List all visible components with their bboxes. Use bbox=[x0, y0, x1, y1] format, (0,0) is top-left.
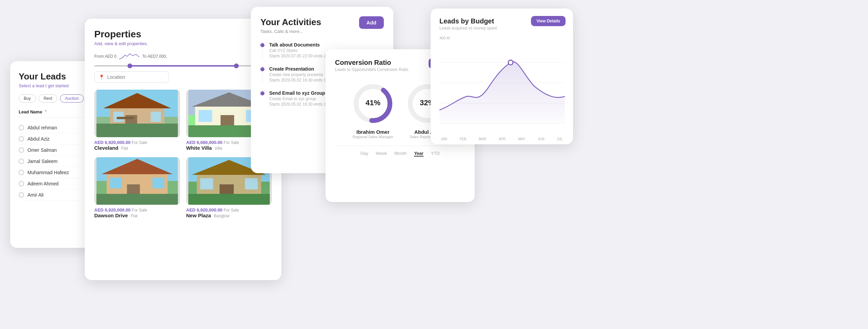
property-image-1 bbox=[94, 90, 180, 137]
chart-y-label: 400 M bbox=[439, 36, 450, 40]
location-input-wrapper[interactable]: 📍 bbox=[94, 71, 169, 83]
property-price-3: AED 6,920,000.00 For Sale bbox=[94, 207, 180, 213]
svg-rect-8 bbox=[117, 117, 134, 119]
property-name-1: Cleveland Flat bbox=[94, 145, 180, 151]
lead-name-label: Lead Name bbox=[19, 109, 42, 114]
x-label-feb: FEB bbox=[460, 137, 466, 141]
lead-name: Adeem Ahmed bbox=[27, 181, 59, 186]
chart-x-labels: JAN FEB MAR APR MAY JUN JUL bbox=[439, 137, 564, 141]
properties-title: Properties bbox=[94, 29, 272, 40]
tab-month[interactable]: Month bbox=[394, 151, 407, 157]
svg-rect-31 bbox=[245, 178, 258, 189]
property-name-4: New Plaza Banglow bbox=[186, 213, 272, 219]
property-item-1[interactable]: AED 6,920,000.00 For Sale Cleveland Flat bbox=[94, 90, 180, 151]
add-activity-button[interactable]: Add bbox=[359, 16, 384, 29]
svg-rect-22 bbox=[110, 178, 122, 188]
tab-ytd[interactable]: YTD bbox=[431, 151, 440, 157]
svg-rect-24 bbox=[97, 194, 178, 205]
budget-line-chart bbox=[439, 42, 565, 134]
svg-rect-14 bbox=[199, 110, 212, 122]
property-image-3 bbox=[94, 157, 180, 205]
lead-radio[interactable] bbox=[19, 147, 24, 153]
filter-buy[interactable]: Buy bbox=[19, 94, 36, 103]
price-range: From AED 0 To AED7,000, bbox=[94, 52, 272, 61]
lead-name: Amir Ali bbox=[27, 192, 43, 198]
filter-auction[interactable]: Auction bbox=[60, 94, 84, 103]
svg-rect-7 bbox=[97, 124, 178, 137]
x-label-mar: MAR bbox=[479, 137, 486, 141]
tab-year[interactable]: Year bbox=[414, 151, 423, 157]
svg-point-43 bbox=[508, 60, 513, 65]
property-price-1: AED 6,920,000.00 For Sale bbox=[94, 140, 180, 145]
activity-content-3: Send Email to xyz Group Create Email to … bbox=[269, 90, 334, 107]
svg-rect-32 bbox=[189, 194, 270, 205]
x-label-jul: JUL bbox=[557, 137, 563, 141]
property-name-3: Dawson Drive Flat bbox=[94, 213, 180, 219]
lead-radio[interactable] bbox=[19, 181, 24, 186]
x-label-jun: JUN bbox=[538, 137, 544, 141]
location-icon: 📍 bbox=[99, 74, 104, 80]
price-slider-container bbox=[94, 65, 272, 67]
location-input[interactable] bbox=[107, 74, 164, 80]
lead-name: Abdul rehman bbox=[27, 125, 57, 130]
price-slider[interactable] bbox=[94, 65, 272, 67]
lead-name: Abdul Aziz bbox=[27, 136, 50, 142]
donut-label-1: Ibrahim Omer Regional Sales Manager bbox=[353, 129, 393, 139]
donut-wrapper-1: 41% Ibrahim Omer Regional Sales Manager bbox=[351, 81, 395, 139]
tab-week[interactable]: Week bbox=[376, 151, 387, 157]
lead-name: Omer Salman bbox=[27, 147, 57, 153]
x-label-jan: JAN bbox=[441, 137, 447, 141]
activity-dot-2 bbox=[260, 67, 264, 71]
budget-subtitle: Leads acquired vs money spent bbox=[439, 26, 564, 31]
lead-name: Jamal Saleem bbox=[27, 159, 58, 164]
properties-subtitle: Add, view & edit properties. bbox=[94, 41, 272, 46]
svg-rect-23 bbox=[153, 178, 164, 188]
activity-connector bbox=[262, 49, 263, 59]
sort-icon[interactable]: ⌃ bbox=[44, 110, 47, 114]
budget-view-details-button[interactable]: View Details bbox=[531, 16, 566, 26]
activity-dot-1 bbox=[260, 43, 264, 47]
lead-radio[interactable] bbox=[19, 159, 24, 164]
property-price-4: AED 6,920,000.00 For Sale bbox=[186, 207, 272, 213]
price-from: From AED 0 bbox=[94, 54, 116, 59]
time-tabs: Day Week Month Year YTD bbox=[335, 146, 465, 157]
activities-subtitle: Tasks, Calls & more... bbox=[260, 29, 384, 34]
lead-radio[interactable] bbox=[19, 170, 24, 175]
x-label-may: MAY bbox=[518, 137, 525, 141]
property-item-3[interactable]: AED 6,920,000.00 For Sale Dawson Drive F… bbox=[94, 157, 180, 219]
property-grid: AED 6,920,000.00 For Sale Cleveland Flat bbox=[94, 90, 272, 219]
lead-radio[interactable] bbox=[19, 192, 24, 198]
activity-connector bbox=[262, 73, 263, 83]
lead-name: Muhammad Hafeez bbox=[27, 170, 69, 175]
svg-rect-30 bbox=[200, 178, 213, 189]
budget-chart-area: 400 M JAN FEB MAR APR bbox=[439, 36, 564, 141]
activity-dot-3 bbox=[260, 91, 264, 95]
svg-rect-6 bbox=[151, 112, 161, 122]
tab-day[interactable]: Day bbox=[360, 151, 368, 157]
donut-chart-1: 41% bbox=[351, 81, 395, 126]
lead-radio[interactable] bbox=[19, 125, 24, 130]
lead-radio[interactable] bbox=[19, 136, 24, 142]
x-label-apr: APR bbox=[499, 137, 506, 141]
filter-rent[interactable]: Rent bbox=[39, 94, 57, 103]
price-to: To AED7,000, bbox=[142, 54, 167, 59]
svg-text:41%: 41% bbox=[366, 98, 380, 107]
range-chart-icon bbox=[119, 52, 139, 61]
activity-content-2: Create Presentation Create new property … bbox=[269, 66, 334, 83]
activity-content-1: Talk about Documents Call XYZ Styles Sta… bbox=[269, 42, 334, 58]
budget-card: Leads by Budget Leads acquired vs money … bbox=[431, 8, 573, 144]
